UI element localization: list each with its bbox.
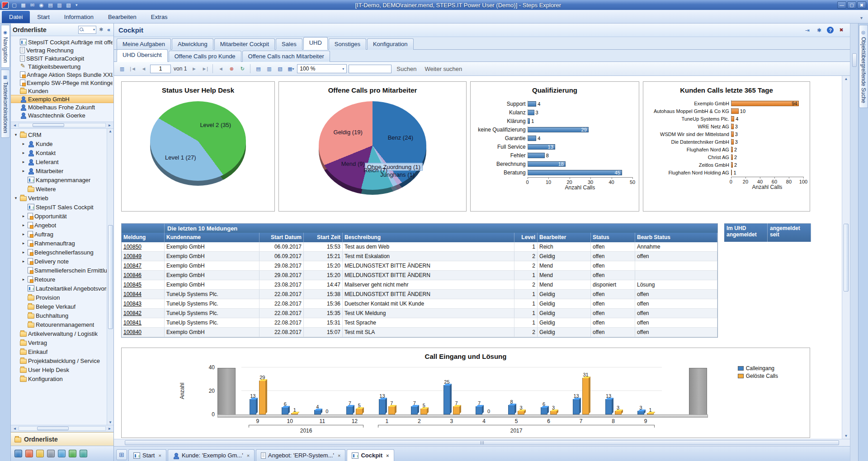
scrollbar-track[interactable]	[19, 123, 106, 127]
folder-list-footer-button[interactable]: Ordnerliste	[11, 432, 113, 446]
expand-open-icon[interactable]: ▾	[13, 196, 19, 200]
expand-closed-icon[interactable]: ▸	[21, 160, 26, 164]
subtab-offene-calls-nach-mitarbeiter[interactable]: Offene Calls nach Mitarbeiter	[242, 51, 330, 62]
column-header-beschreibung[interactable]: Beschreibung	[343, 233, 514, 242]
table-row[interactable]: 100850Exemplo GmbH06.09.201715:53Test au…	[122, 242, 717, 252]
message-link[interactable]: 100845	[123, 282, 142, 288]
scrollbar-thumb[interactable]	[125, 440, 839, 445]
close-button[interactable]: ✖	[857, 1, 866, 9]
monitor-icon[interactable]	[80, 450, 87, 457]
splitter-grip[interactable]	[852, 53, 857, 67]
table-row[interactable]: 100847Exemplo GmbH29.08.201715:20MELDUNG…	[122, 261, 717, 271]
message-link[interactable]: 100849	[123, 253, 142, 259]
taskbar-tab-kunde-exemplo-gm[interactable]: Kunde: 'Exemplo Gm...'×	[168, 449, 255, 461]
minimize-button[interactable]: —	[837, 1, 846, 9]
cancel-icon[interactable]: ⊗	[227, 64, 236, 73]
collapse-sidebar-button[interactable]: «	[106, 27, 112, 33]
tree-item-retourenmanagement[interactable]: Retourenmanagement	[11, 320, 113, 329]
tree-item-weitere[interactable]: Weitere	[11, 184, 113, 193]
tree-item-tätigkeitsbewertung[interactable]: Tätigkeitsbewertung	[11, 62, 113, 71]
print-layout-icon[interactable]: ▥	[264, 64, 274, 73]
tab-mitarbeiter-cockpit[interactable]: Mitarbeiter Cockpit	[214, 38, 275, 50]
scroll-down-icon[interactable]: ▼	[843, 434, 849, 438]
close-page-icon[interactable]: ✖	[837, 27, 845, 34]
subtab-offene-calls-pro-kunde[interactable]: Offene Calls pro Kunde	[169, 51, 241, 62]
tree-item-crm[interactable]: ▾CRM	[11, 130, 113, 139]
report-vscrollbar[interactable]: ▲ ▼	[842, 76, 850, 439]
globe-icon[interactable]: ◉	[38, 2, 45, 9]
expand-closed-icon[interactable]: ▸	[21, 250, 26, 254]
tree-item-waschtechnik-goerke[interactable]: Waschtechnik Goerke	[11, 111, 113, 119]
tree-item-belegschnellerfassung[interactable]: ▸Belegschnellerfassung	[11, 248, 113, 257]
tab-sonstiges[interactable]: Sonstiges	[329, 38, 366, 50]
scrollbar-thumb[interactable]	[37, 427, 69, 430]
taskbar-tab-start[interactable]: Start×	[128, 449, 166, 461]
tree-item-auftrag[interactable]: ▸Auftrag	[11, 230, 113, 239]
back-button[interactable]: ◄	[216, 64, 225, 73]
refresh-icon[interactable]: ↻	[238, 64, 247, 73]
save-icon[interactable]: ▦	[19, 2, 27, 9]
taskbar-tab-angebot-erp-system[interactable]: Angebot: 'ERP-System...'×	[256, 449, 345, 461]
tree-item-sammellieferschein-ermittlung[interactable]: Sammellieferschein Ermittlung	[11, 266, 113, 275]
expand-closed-icon[interactable]: ▸	[21, 169, 26, 173]
tree-item-lieferant[interactable]: ▸Lieferant	[11, 157, 113, 166]
table-row[interactable]: 100846Exemplo GmbH29.08.201715:20MELDUNG…	[122, 271, 717, 280]
column-header-start-datum[interactable]: Start Datum	[259, 233, 304, 242]
page-setup-icon[interactable]: ▧	[275, 64, 284, 73]
scrollbar-thumb[interactable]	[33, 123, 64, 127]
tree-item-möbelhaus-frohe-zukunft[interactable]: Möbelhaus Frohe Zukunft	[11, 103, 113, 111]
scrollbar-thumb[interactable]	[108, 225, 113, 329]
last-page-button[interactable]: ►|	[200, 64, 209, 73]
scrollbar-thumb[interactable]	[844, 224, 849, 292]
tree-item-provision[interactable]: Provision	[11, 293, 113, 302]
column-header-start-zeit[interactable]: Start Zeit	[304, 233, 343, 242]
column-header-status[interactable]: Status	[591, 233, 635, 242]
page-number-input[interactable]	[150, 65, 171, 73]
tab-uhd[interactable]: UHD	[303, 37, 328, 50]
scroll-up-icon[interactable]: ▲	[108, 129, 113, 133]
toolbar-dropdown-icon[interactable]: ▾	[74, 3, 79, 7]
help-icon[interactable]: ?	[827, 27, 834, 33]
scroll-right-icon[interactable]: ►	[107, 123, 113, 127]
mail-icon[interactable]	[58, 450, 66, 457]
message-link[interactable]: 100840	[123, 329, 142, 335]
tree-item-opportunität[interactable]: ▸Opportunität	[11, 212, 113, 221]
notes-icon[interactable]	[36, 450, 44, 457]
tree-item-delivery-note[interactable]: ▸Delivery note	[11, 257, 113, 266]
tree-item-user-help-desk[interactable]: User Help Desk	[11, 365, 113, 374]
chart-icon[interactable]	[69, 450, 76, 457]
tree-item-vertrieb[interactable]: ▾Vertrieb	[11, 193, 113, 202]
table-row[interactable]: 100844TuneUp Systems Plc.22.08.201715:38…	[122, 290, 717, 299]
tree-item-anfrage-aktion-steps-bundle-xxl[interactable]: Anfrage Aktion Steps Bundle XXL	[11, 71, 113, 79]
scroll-up-icon[interactable]: ▲	[843, 77, 849, 81]
folder-search-box[interactable]: ▾	[78, 26, 96, 34]
tree-item-kunden[interactable]: Kunden	[11, 87, 113, 95]
tree-item-exemplo-gmbh[interactable]: Exemplo GmbH	[11, 95, 113, 103]
menu-extras[interactable]: Extras	[144, 11, 175, 23]
maximize-button[interactable]: ▢	[847, 1, 856, 9]
expand-closed-icon[interactable]: ▸	[21, 223, 26, 227]
tree-item-kontakt[interactable]: ▸Kontakt	[11, 148, 113, 157]
column-header-level[interactable]: Level	[514, 233, 538, 242]
scroll-down-icon[interactable]: ▼	[108, 420, 113, 424]
window-icon[interactable]: ▢	[10, 2, 18, 9]
taskbar-tab-cockpit[interactable]: Cockpit×	[347, 449, 394, 461]
tree-item-rahmenauftrag[interactable]: ▸Rahmenauftrag	[11, 239, 113, 248]
subtab-uhd-übersicht[interactable]: UHD Übersicht	[117, 49, 168, 62]
tree-item-konfiguration[interactable]: Konfiguration	[11, 374, 113, 383]
scroll-right-icon[interactable]: ►	[107, 427, 113, 431]
zoom-select[interactable]: 100 % ▾	[297, 64, 347, 73]
tab-sales[interactable]: Sales	[276, 38, 302, 50]
tree-item-einkauf[interactable]: Einkauf	[11, 347, 113, 356]
page-setup-icon[interactable]: ▧	[65, 2, 72, 9]
message-link[interactable]: 100843	[123, 301, 142, 307]
tree-vscrollbar[interactable]: ▲ ▼	[107, 129, 113, 425]
grid-view-icon[interactable]: ⊞	[116, 449, 127, 460]
tree-item-vertrag-rechnung[interactable]: Vertrag Rechnung	[11, 46, 113, 54]
column-header-bearbeiter[interactable]: Bearbeiter	[538, 233, 591, 242]
menu-start[interactable]: Start	[30, 11, 57, 23]
tree-item-buchhaltung[interactable]: Buchhaltung	[11, 311, 113, 320]
scroll-left-icon[interactable]: ◄	[12, 427, 18, 431]
export-icon[interactable]: ▦▾	[286, 64, 295, 73]
column-header-bearb-status[interactable]: Bearb Status	[635, 233, 717, 242]
